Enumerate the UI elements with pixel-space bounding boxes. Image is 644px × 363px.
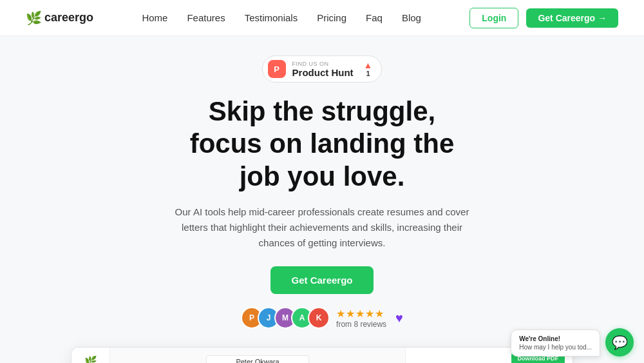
hero-subtext: Our AI tools help mid-career professiona… <box>167 204 477 251</box>
avatar-5: K <box>308 307 330 329</box>
app-preview: 🌿 Home Resumes Cover Peter Okwara Person… <box>71 347 573 363</box>
reviews-count: from 8 reviews <box>336 320 386 329</box>
ph-name-label: Product Hunt <box>292 67 354 78</box>
up-arrow-icon: ▲ <box>364 61 373 70</box>
app-sidebar: 🌿 Home Resumes Cover <box>71 348 110 363</box>
reviewer-avatars: P J M A K <box>241 307 330 329</box>
social-proof: P J M A K ★★★★★ from 8 reviews ♥ <box>241 307 403 329</box>
product-hunt-icon: P <box>268 60 286 78</box>
hero-headline: Skip the struggle, focus on landing the … <box>190 95 455 193</box>
nav-links: Home Features Testimonials Pricing Faq B… <box>142 12 421 24</box>
product-hunt-badge[interactable]: P FIND US ON Product Hunt ▲ 1 <box>262 55 383 83</box>
chat-bubble: We're Online! How may I help you tod... <box>511 329 600 357</box>
login-button[interactable]: Login <box>469 8 518 28</box>
stars-display: ★★★★★ <box>336 308 384 320</box>
logo-text: careergo <box>44 11 93 25</box>
ph-vote-section: ▲ 1 <box>364 61 373 77</box>
nav-features[interactable]: Features <box>187 12 225 23</box>
leaf-icon: 🌿 <box>26 10 42 26</box>
chat-message: How may I help you tod... <box>519 344 592 351</box>
get-careergo-button[interactable]: Get Careergo → <box>526 8 618 28</box>
app-logo-small: 🌿 <box>84 355 97 363</box>
nav-testimonials[interactable]: Testimonials <box>245 12 298 23</box>
rating-section: ★★★★★ from 8 reviews <box>336 308 386 329</box>
hero-section: P FIND US ON Product Hunt ▲ 1 Skip the s… <box>0 36 644 363</box>
nav-blog[interactable]: Blog <box>402 12 421 23</box>
heart-icon: ♥ <box>395 311 403 326</box>
chat-online-label: We're Online! <box>519 335 592 342</box>
chat-open-button[interactable]: 💬 <box>605 328 634 357</box>
nav-home[interactable]: Home <box>142 12 167 23</box>
nav-faq[interactable]: Faq <box>366 12 383 23</box>
product-hunt-text: FIND US ON Product Hunt <box>292 61 354 78</box>
app-form-panel: Peter Okwara Personal Details First Name… <box>110 348 405 363</box>
ph-find-label: FIND US ON <box>292 61 354 67</box>
hero-cta-button[interactable]: Get Careergo <box>270 266 373 294</box>
logo[interactable]: 🌿 careergo <box>26 10 93 26</box>
ph-vote-count: 1 <box>366 70 370 77</box>
form-name-bar: Peter Okwara <box>206 355 309 363</box>
navbar: 🌿 careergo Home Features Testimonials Pr… <box>0 0 644 36</box>
chat-widget: We're Online! How may I help you tod... … <box>511 328 634 357</box>
nav-actions: Login Get Careergo → <box>469 8 618 28</box>
nav-pricing[interactable]: Pricing <box>317 12 346 23</box>
